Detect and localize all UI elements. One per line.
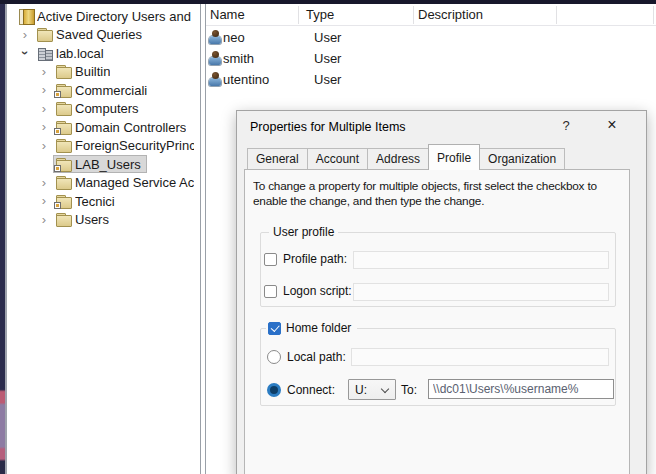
column-header-name[interactable]: Name bbox=[210, 7, 245, 22]
folder-icon bbox=[36, 27, 52, 42]
logon-script-row: Logon script: bbox=[264, 284, 352, 298]
tree-item-managed-service-accounts[interactable]: Managed Service Accounts bbox=[7, 174, 200, 193]
connect-label: Connect: bbox=[287, 383, 335, 397]
list-row-smith[interactable]: smith User bbox=[206, 48, 656, 69]
local-path-row: Local path: bbox=[267, 350, 346, 364]
local-path-radio[interactable] bbox=[267, 350, 281, 364]
tab-address[interactable]: Address bbox=[367, 148, 429, 169]
tab-general[interactable]: General bbox=[247, 148, 308, 169]
tree-item-label: ForeignSecurityPrincipals bbox=[75, 138, 194, 153]
groupbox-legend: User profile bbox=[269, 225, 338, 239]
profile-path-input[interactable] bbox=[353, 251, 609, 269]
home-folder-path-input[interactable] bbox=[428, 379, 614, 399]
column-header-type[interactable]: Type bbox=[306, 7, 334, 22]
tree-item-label: Active Directory Users and Computers bbox=[37, 9, 194, 24]
tree-item-builtin[interactable]: Builtin bbox=[7, 63, 200, 82]
user-icon bbox=[208, 51, 223, 66]
dialog-titlebar[interactable]: Properties for Multiple Items ? × bbox=[237, 111, 646, 144]
folder-icon bbox=[55, 212, 71, 227]
tree-item-label: Commerciali bbox=[75, 83, 147, 98]
tab-organization[interactable]: Organization bbox=[479, 148, 565, 169]
collapse-chevron-icon[interactable] bbox=[16, 44, 34, 62]
properties-dialog: Properties for Multiple Items ? × Genera… bbox=[236, 110, 647, 474]
ou-folder-icon bbox=[55, 120, 71, 135]
user-icon bbox=[208, 30, 223, 45]
tree-item-label: Domain Controllers bbox=[75, 120, 186, 135]
tab-profile[interactable]: Profile bbox=[428, 144, 480, 170]
tree-item-computers[interactable]: Computers bbox=[7, 100, 200, 119]
tab-strip: General Account Address Profile Organiza… bbox=[247, 144, 565, 170]
close-button[interactable]: × bbox=[597, 116, 627, 138]
home-folder-groupbox: Home folder Local path: Connect: U: To: bbox=[260, 328, 616, 406]
list-header: Name Type Description bbox=[206, 4, 656, 26]
expand-chevron-icon[interactable] bbox=[35, 63, 53, 81]
local-path-label: Local path: bbox=[287, 350, 346, 364]
connect-row: Connect: bbox=[267, 383, 335, 397]
console-tree: Active Directory Users and Computers Sav… bbox=[7, 4, 200, 229]
to-label: To: bbox=[401, 383, 417, 397]
folder-icon bbox=[55, 101, 71, 116]
column-separator[interactable] bbox=[556, 6, 557, 24]
tree-item-users[interactable]: Users bbox=[7, 211, 200, 230]
expand-chevron-icon[interactable] bbox=[35, 118, 53, 136]
logon-script-checkbox[interactable] bbox=[264, 285, 277, 298]
connect-radio[interactable] bbox=[267, 383, 281, 397]
tree-item-saved-queries[interactable]: Saved Queries bbox=[7, 26, 200, 45]
home-folder-label: Home folder bbox=[286, 321, 351, 335]
profile-path-checkbox[interactable] bbox=[264, 253, 277, 266]
expand-chevron-icon[interactable] bbox=[35, 211, 53, 229]
expand-chevron-icon[interactable] bbox=[35, 174, 53, 192]
selected-tree-item[interactable]: LAB_Users bbox=[53, 155, 147, 173]
drive-letter-select[interactable]: U: bbox=[348, 379, 396, 400]
local-path-input[interactable] bbox=[351, 348, 609, 366]
cell-name: neo bbox=[223, 30, 245, 45]
tree-item-label: Users bbox=[75, 212, 109, 227]
folder-icon bbox=[55, 138, 71, 153]
tree-item-aduc-root[interactable]: Active Directory Users and Computers bbox=[7, 7, 200, 26]
tree-item-foreign-security-principals[interactable]: ForeignSecurityPrincipals bbox=[7, 137, 200, 156]
domain-icon bbox=[36, 46, 52, 61]
list-row-utentino[interactable]: utentino User bbox=[206, 69, 656, 90]
tree-item-label: Tecnici bbox=[75, 194, 115, 209]
home-folder-checkbox[interactable] bbox=[268, 322, 281, 335]
cell-type: User bbox=[314, 30, 341, 45]
column-header-description[interactable]: Description bbox=[418, 7, 483, 22]
aduc-console-window: Active Directory Users and Computers Sav… bbox=[0, 0, 656, 474]
column-separator[interactable] bbox=[653, 6, 654, 24]
profile-path-row: Profile path: bbox=[264, 252, 347, 266]
profile-path-label: Profile path: bbox=[283, 252, 347, 266]
instruction-text: To change a property for multiple object… bbox=[253, 179, 629, 209]
tree-item-label: lab.local bbox=[56, 46, 104, 61]
pane-splitter[interactable] bbox=[200, 4, 201, 474]
ou-folder-icon bbox=[55, 83, 71, 98]
help-button[interactable]: ? bbox=[553, 118, 579, 138]
ou-folder-icon bbox=[55, 157, 71, 172]
aduc-console-icon bbox=[17, 9, 33, 24]
home-folder-legend: Home folder bbox=[266, 321, 357, 335]
list-row-neo[interactable]: neo User bbox=[206, 27, 656, 48]
expand-chevron-icon[interactable] bbox=[35, 137, 53, 155]
user-icon bbox=[208, 72, 223, 87]
cell-name: utentino bbox=[223, 72, 269, 87]
user-profile-groupbox: User profile Profile path: Logon script: bbox=[260, 232, 616, 307]
tree-item-label: Builtin bbox=[75, 64, 110, 79]
tree-item-domain-controllers[interactable]: Domain Controllers bbox=[7, 118, 200, 137]
expand-chevron-icon[interactable] bbox=[35, 81, 53, 99]
cell-type: User bbox=[314, 51, 341, 66]
tree-item-lab-users[interactable]: LAB_Users bbox=[7, 155, 200, 174]
tab-account[interactable]: Account bbox=[307, 148, 368, 169]
tree-item-lab-local[interactable]: lab.local bbox=[7, 44, 200, 63]
tree-item-label: Computers bbox=[75, 101, 139, 116]
folder-icon bbox=[55, 64, 71, 79]
column-separator[interactable] bbox=[413, 6, 414, 24]
tree-item-tecnici[interactable]: Tecnici bbox=[7, 192, 200, 211]
expand-chevron-icon[interactable] bbox=[35, 100, 53, 118]
profile-tab-page: To change a property for multiple object… bbox=[244, 169, 630, 474]
column-separator[interactable] bbox=[298, 6, 299, 24]
tree-item-label: LAB_Users bbox=[75, 157, 141, 172]
ou-folder-icon bbox=[55, 194, 71, 209]
tree-item-commerciali[interactable]: Commerciali bbox=[7, 81, 200, 100]
expand-chevron-icon[interactable] bbox=[16, 26, 34, 44]
logon-script-input[interactable] bbox=[353, 283, 609, 301]
expand-chevron-icon[interactable] bbox=[35, 192, 53, 210]
